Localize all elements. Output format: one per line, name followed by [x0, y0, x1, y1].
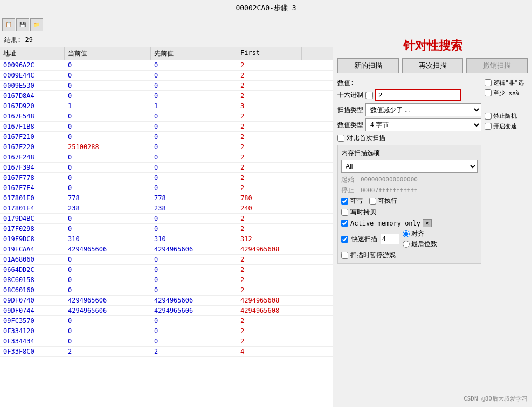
table-row[interactable]: 0167F394002 [0, 163, 333, 173]
no-random-checkbox[interactable] [485, 113, 492, 120]
cell-prev: 0 [151, 71, 237, 80]
at-least-xx-checkbox[interactable] [485, 89, 492, 96]
table-row[interactable]: 08C60160002 [0, 285, 333, 296]
table-row[interactable]: 0167E548002 [0, 111, 333, 122]
panel-title: 针对性搜索 [337, 38, 528, 54]
table-row[interactable]: 0167F210002 [0, 132, 333, 142]
cell-current: 4294965606 [65, 296, 151, 305]
cell-prev: 238 [151, 204, 237, 213]
watermark: CSDN @80后大叔爱学习 [464, 395, 528, 403]
table-row[interactable]: 017801E4238238240 [0, 204, 333, 214]
toolbar-btn-2[interactable]: 💾 [16, 18, 29, 31]
cell-addr: 0167F210 [0, 132, 65, 142]
cell-current: 0 [65, 183, 151, 193]
stop-row: 停止 00007fffffffffff [341, 186, 478, 195]
table-row[interactable]: 0167F2202510028802 [0, 142, 333, 152]
compare-first-label: 对比首次扫描 [347, 134, 385, 143]
align-radio-group: 对齐 最后位数 [403, 229, 437, 249]
table-row[interactable]: 0009E44C002 [0, 71, 333, 81]
active-memory-row: Active memory only ✕ [341, 219, 478, 227]
table-row[interactable]: 0167D8A4002 [0, 91, 333, 101]
active-memory-checkbox[interactable] [341, 220, 348, 227]
table-row[interactable]: 0167F7E4002 [0, 183, 333, 193]
cell-addr: 00096A2C [0, 60, 65, 70]
copy-on-write-label: 写时拷贝 [350, 208, 376, 217]
cell-first: 2 [237, 81, 302, 90]
cell-prev: 0 [151, 81, 237, 90]
cell-addr: 0009E530 [0, 81, 65, 90]
col-header-prev: 先前值 [151, 47, 237, 60]
cancel-scan-button[interactable]: 撤销扫描 [466, 58, 528, 73]
copy-on-write-checkbox[interactable] [341, 209, 348, 216]
executable-checkbox[interactable] [369, 198, 376, 205]
memory-all-select[interactable]: All [341, 160, 478, 173]
cell-addr: 0009E44C [0, 71, 65, 80]
value-input[interactable] [375, 89, 461, 101]
table-row[interactable]: 09DF0744429496560642949656064294965608 [0, 306, 333, 316]
cell-first: 4294965608 [237, 244, 302, 254]
last-digit-radio[interactable] [403, 241, 410, 248]
last-digit-radio-label: 最后位数 [403, 240, 437, 249]
table-row[interactable]: 0F334120002 [0, 326, 333, 336]
table-row[interactable]: 0167D920113 [0, 101, 333, 111]
new-scan-button[interactable]: 新的扫描 [337, 58, 399, 73]
compare-first-checkbox[interactable] [337, 135, 344, 142]
cell-prev: 4294965606 [151, 296, 237, 305]
table-row[interactable]: 01A68060002 [0, 255, 333, 265]
value-section: 数值: 十六进制 [337, 79, 481, 101]
toolbar-btn-1[interactable]: 📋 [2, 18, 15, 31]
re-scan-button[interactable]: 再次扫描 [402, 58, 464, 73]
table-row[interactable]: 0009E530002 [0, 81, 333, 91]
cell-first: 2 [237, 275, 302, 285]
cell-addr: 019FCAA4 [0, 244, 65, 254]
table-row[interactable]: 08C60158002 [0, 275, 333, 285]
cell-first: 2 [237, 326, 302, 336]
cell-prev: 0 [151, 255, 237, 264]
value-input-row: 十六进制 [337, 89, 481, 101]
table-row[interactable]: 0179D4BC002 [0, 214, 333, 224]
cell-prev: 778 [151, 193, 237, 203]
table-row[interactable]: 0F334434002 [0, 336, 333, 347]
table-row[interactable]: 0167F1B8002 [0, 122, 333, 132]
active-memory-x-btn[interactable]: ✕ [423, 219, 432, 227]
right-main: 数值: 十六进制 扫描类型 数值减少了 ... 数值类型 [337, 79, 481, 267]
table-row[interactable]: 0F33F8C0224 [0, 347, 333, 357]
table-row[interactable]: 0167F778002 [0, 173, 333, 183]
table-row[interactable]: 0664DD2C002 [0, 265, 333, 275]
fast-scan-input[interactable] [381, 234, 399, 244]
table-row[interactable]: 0167F248002 [0, 152, 333, 163]
hex-checkbox[interactable] [365, 92, 373, 99]
cell-current: 4294965606 [65, 306, 151, 315]
align-radio[interactable] [403, 230, 410, 237]
table-row[interactable]: 017F0298002 [0, 224, 333, 234]
table-row[interactable]: 017801E0778778780 [0, 193, 333, 204]
cell-first: 2 [237, 142, 302, 152]
cell-current: 778 [65, 193, 151, 203]
scan-type-row: 扫描类型 数值减少了 ... [337, 103, 481, 116]
fast-mode-checkbox[interactable] [485, 123, 492, 130]
cell-prev: 0 [151, 132, 237, 142]
cell-prev: 0 [151, 60, 237, 70]
cell-first: 312 [237, 234, 302, 244]
scan-type-select[interactable]: 数值减少了 ... [365, 103, 481, 116]
table-row[interactable]: 00096A2C002 [0, 60, 333, 71]
fast-scan-checkbox[interactable] [341, 236, 348, 243]
toolbar-btn-3[interactable]: 📁 [30, 18, 43, 31]
cell-current: 0 [65, 173, 151, 183]
table-row[interactable]: 019FCAA4429496560642949656064294965608 [0, 244, 333, 255]
writable-checkbox[interactable] [341, 198, 348, 205]
cell-first: 4 [237, 347, 302, 356]
table-row[interactable]: 09DF0740429496560642949656064294965608 [0, 296, 333, 306]
cell-first: 2 [237, 132, 302, 142]
table-row[interactable]: 09FC3570002 [0, 316, 333, 326]
pause-game-row: 扫描时暂停游戏 [341, 251, 478, 260]
value-type-label: 数值类型 [337, 121, 363, 130]
cell-addr: 09FC3570 [0, 316, 65, 326]
cell-prev: 4294965606 [151, 244, 237, 254]
table-row[interactable]: 019F9DC8310310312 [0, 234, 333, 244]
cell-first: 2 [237, 152, 302, 162]
pause-game-checkbox[interactable] [341, 252, 348, 259]
cell-prev: 0 [151, 163, 237, 172]
value-type-select[interactable]: 4 字节 [365, 118, 481, 131]
logic-not-checkbox[interactable] [485, 79, 492, 86]
